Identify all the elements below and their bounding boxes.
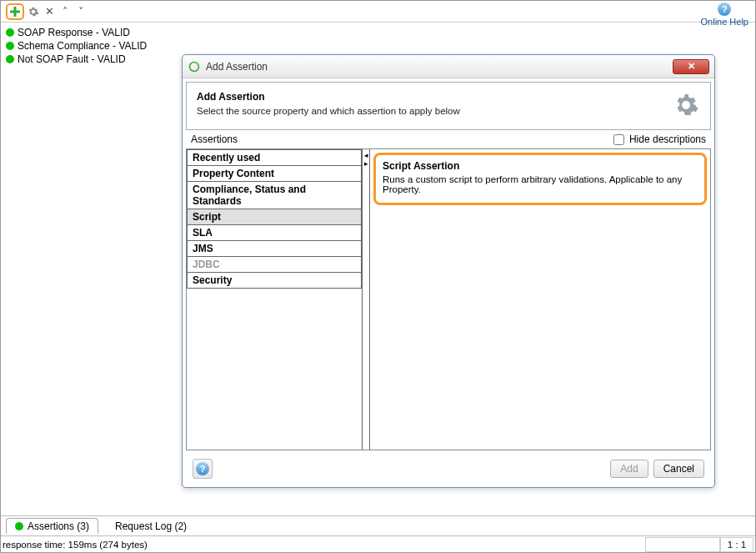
status-dot-valid	[6, 55, 14, 63]
assertion-list-item[interactable]: Not SOAP Fault - VALID	[3, 53, 181, 66]
assertion-list-panel: SOAP Response - VALID Schema Compliance …	[1, 23, 181, 515]
add-assertion-highlight	[6, 3, 24, 20]
add-assertion-button[interactable]	[8, 5, 22, 18]
status-empty-cell	[645, 537, 720, 552]
dialog-content: Recently used Property Content Complianc…	[186, 148, 711, 450]
cancel-button[interactable]: Cancel	[653, 460, 704, 478]
assertion-label: Not SOAP Fault - VALID	[18, 53, 126, 65]
category-item-jdbc: JDBC	[187, 257, 362, 273]
category-item-compliance[interactable]: Compliance, Status and Standards	[187, 182, 362, 209]
category-item-script[interactable]: Script	[187, 209, 362, 225]
tab-label: Assertions (3)	[28, 520, 89, 532]
assertion-option-title: Script Assertion	[383, 160, 698, 172]
dialog-header-subtitle: Select the source property and which ass…	[197, 106, 460, 116]
dialog-footer: ? Add Cancel	[186, 454, 711, 484]
main-toolbar: ✕ ˄ ˅ ? Online Help	[1, 1, 755, 23]
status-response-time: response time: 159ms (274 bytes)	[3, 540, 148, 550]
status-ratio: 1 : 1	[720, 537, 753, 552]
hide-descriptions-label: Hide descriptions	[629, 133, 706, 145]
splitter-handle[interactable]: ◂ ▸	[362, 149, 370, 450]
help-icon: ?	[718, 3, 731, 16]
splitter-left-icon: ◂	[364, 151, 368, 159]
dialog-titlebar[interactable]: Add Assertion ✕	[183, 55, 714, 78]
assertion-list-item[interactable]: Schema Compliance - VALID	[3, 39, 181, 53]
gear-icon	[672, 91, 700, 119]
assertions-header-row: Assertions Hide descriptions	[183, 130, 714, 148]
dialog-title: Add Assertion	[206, 61, 268, 73]
hide-descriptions-toggle[interactable]: Hide descriptions	[613, 133, 706, 145]
tab-assertions[interactable]: Assertions (3)	[6, 518, 98, 534]
svg-rect-1	[10, 10, 20, 13]
add-button[interactable]: Add	[610, 460, 648, 478]
category-item-sla[interactable]: SLA	[187, 225, 362, 241]
hide-descriptions-checkbox[interactable]	[613, 134, 624, 145]
dialog-header-title: Add Assertion	[197, 91, 460, 103]
assertion-option-script-assertion[interactable]: Script Assertion Runs a custom script to…	[373, 153, 707, 205]
status-dot-valid	[15, 522, 23, 530]
assertion-label: Schema Compliance - VALID	[18, 40, 147, 52]
category-item-property-content[interactable]: Property Content	[187, 166, 362, 182]
bottom-tabs: Assertions (3) Request Log (2)	[1, 515, 755, 535]
dialog-help-button[interactable]: ?	[193, 459, 213, 479]
add-assertion-dialog: Add Assertion ✕ Add Assertion Select the…	[182, 54, 715, 488]
status-dot-valid	[6, 42, 14, 50]
assertion-label: SOAP Response - VALID	[18, 27, 130, 38]
tab-request-log[interactable]: Request Log (2)	[107, 519, 195, 534]
assertion-list-item[interactable]: SOAP Response - VALID	[3, 26, 181, 39]
dialog-close-button[interactable]: ✕	[673, 59, 709, 74]
assertion-option-desc: Runs a custom script to perform arbitrar…	[383, 174, 698, 194]
tab-label: Request Log (2)	[115, 520, 187, 532]
category-item-recently-used[interactable]: Recently used	[187, 149, 362, 166]
settings-icon[interactable]	[27, 5, 40, 18]
dialog-app-icon	[188, 60, 201, 73]
online-help-link[interactable]: ? Online Help	[701, 3, 748, 27]
assertions-section-label: Assertions	[191, 133, 238, 145]
category-list: Recently used Property Content Complianc…	[187, 149, 362, 450]
help-icon: ?	[196, 462, 209, 475]
expand-down-icon[interactable]: ˅	[74, 5, 88, 18]
status-dot-valid	[6, 28, 14, 37]
close-small-icon[interactable]: ✕	[43, 5, 56, 18]
category-item-jms[interactable]: JMS	[187, 241, 362, 257]
splitter-right-icon: ▸	[364, 159, 368, 168]
dialog-header: Add Assertion Select the source property…	[186, 82, 711, 130]
category-item-security[interactable]: Security	[187, 273, 362, 289]
online-help-label: Online Help	[701, 17, 748, 27]
assertion-detail-panel: Script Assertion Runs a custom script to…	[370, 149, 710, 450]
status-bar: response time: 159ms (274 bytes) 1 : 1	[1, 535, 755, 552]
collapse-up-icon[interactable]: ˄	[58, 5, 72, 18]
